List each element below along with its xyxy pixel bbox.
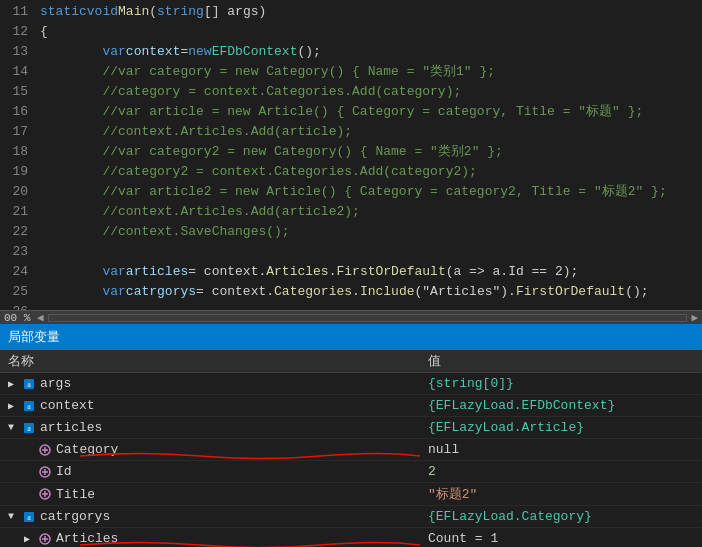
var-name-articles-id: Id [56, 464, 72, 479]
code-line-23 [36, 242, 702, 262]
expand-context[interactable] [8, 400, 18, 412]
expand-catrgorys[interactable] [8, 511, 18, 522]
var-value-context: {EFLazyLoad.EFDbContext} [420, 395, 702, 417]
code-line-11: static void Main(string[] args) [36, 2, 702, 22]
var-row-catrgorys-articles[interactable]: Articles Count = 1 [0, 528, 702, 548]
var-name-articles: articles [40, 420, 102, 435]
code-line-25: var catrgorys = context.Categories.Inclu… [36, 282, 702, 302]
code-line-15: //category = context.Categories.Add(cate… [36, 82, 702, 102]
var-name-articles-title: Title [56, 487, 95, 502]
var-row-context[interactable]: a context {EFLazyLoad.EFDbContext} [0, 395, 702, 417]
var-row-catrgorys[interactable]: a catrgorys {EFLazyLoad.Category} [0, 506, 702, 528]
var-name-args: args [40, 376, 71, 391]
var-value-articles-title: "标题2" [420, 483, 702, 506]
code-line-24: var articles = context.Articles.FirstOrD… [36, 262, 702, 282]
code-line-20: //var article2 = new Article() { Categor… [36, 182, 702, 202]
code-line-12: { [36, 22, 702, 42]
line-numbers: 11 12 13 14 15 16 17 18 19 20 21 22 23 2… [0, 0, 36, 310]
var-row-articles[interactable]: a articles {EFLazyLoad.Article} [0, 417, 702, 439]
var-icon-property-title [38, 487, 52, 501]
var-row-articles-id[interactable]: Id 2 [0, 461, 702, 483]
app-container: 11 12 13 14 15 16 17 18 19 20 21 22 23 2… [0, 0, 702, 547]
scroll-right: ▶ [691, 311, 698, 324]
svg-text:a: a [27, 513, 31, 522]
var-value-args: {string[0]} [420, 373, 702, 395]
code-line-26 [36, 302, 702, 310]
var-name-context: context [40, 398, 95, 413]
code-editor: 11 12 13 14 15 16 17 18 19 20 21 22 23 2… [0, 0, 702, 310]
expand-args[interactable] [8, 378, 18, 390]
var-name-articles-category: Category [56, 442, 118, 457]
var-row-articles-title[interactable]: Title "标题2" [0, 483, 702, 506]
svg-text:a: a [27, 380, 31, 389]
variables-panel[interactable]: 名称 值 a args {str [0, 350, 702, 547]
expand-catrgorys-articles[interactable] [24, 533, 34, 545]
svg-text:a: a [27, 424, 31, 433]
var-icon-property-id [38, 465, 52, 479]
code-line-18: //var category2 = new Category() { Name … [36, 142, 702, 162]
svg-text:a: a [27, 402, 31, 411]
editor-footer: 00 % ◀ ▶ [0, 310, 702, 324]
var-icon-args: a [22, 377, 36, 391]
code-line-13: var context = new EFDbContext(); [36, 42, 702, 62]
var-value-articles-category: null [420, 439, 702, 461]
var-name-catrgorys-articles: Articles [56, 531, 118, 546]
zoom-level: 00 % [4, 312, 30, 324]
name-column-header: 名称 [0, 350, 420, 373]
code-line-14: //var category = new Category() { Name =… [36, 62, 702, 82]
var-name-catrgorys: catrgorys [40, 509, 110, 524]
debugger-panel-header: 局部变量 [0, 324, 702, 350]
var-row-articles-category[interactable]: Category null [0, 439, 702, 461]
var-value-articles-id: 2 [420, 461, 702, 483]
var-icon-catrgorys: a [22, 510, 36, 524]
var-value-catrgorys: {EFLazyLoad.Category} [420, 506, 702, 528]
variables-header-row: 名称 值 [0, 350, 702, 373]
code-line-16: //var article = new Article() { Category… [36, 102, 702, 122]
var-value-articles: {EFLazyLoad.Article} [420, 417, 702, 439]
code-line-22: //context.SaveChanges(); [36, 222, 702, 242]
variables-table: 名称 值 a args {str [0, 350, 702, 547]
var-icon-property-articles [38, 532, 52, 546]
expand-articles[interactable] [8, 422, 18, 433]
var-icon-articles: a [22, 421, 36, 435]
code-content-area[interactable]: static void Main(string[] args) { var co… [36, 0, 702, 310]
var-icon-context: a [22, 399, 36, 413]
scroll-indicator: ◀ [37, 311, 44, 324]
code-line-17: //context.Articles.Add(article); [36, 122, 702, 142]
code-line-19: //category2 = context.Categories.Add(cat… [36, 162, 702, 182]
var-value-catrgorys-articles: Count = 1 [420, 528, 702, 548]
value-column-header: 值 [420, 350, 702, 373]
code-line-21: //context.Articles.Add(article2); [36, 202, 702, 222]
var-icon-property [38, 443, 52, 457]
debugger-title: 局部变量 [8, 328, 60, 346]
var-row-args[interactable]: a args {string[0]} [0, 373, 702, 395]
